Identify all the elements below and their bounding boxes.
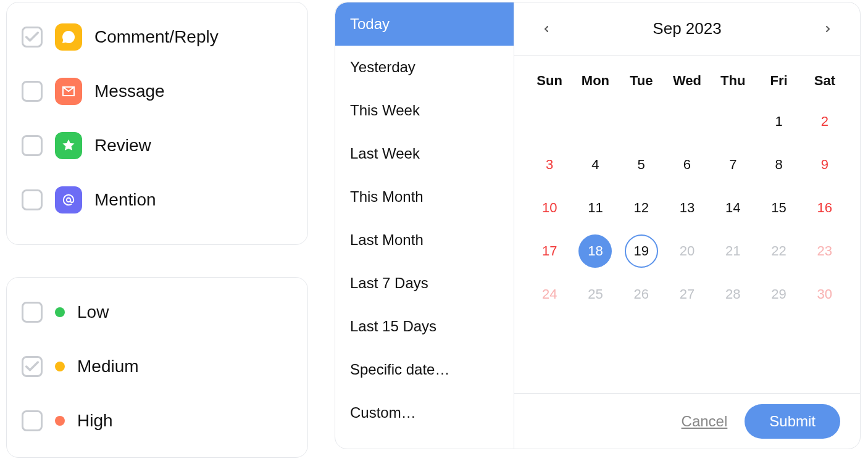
calendar-body: SunMonTueWedThuFriSat 123456789101112131… [514, 56, 860, 393]
date-preset-last-15-days[interactable]: Last 15 Days [335, 305, 514, 348]
calendar-day-number: 11 [578, 191, 612, 225]
checkbox-review[interactable] [22, 135, 43, 156]
calendar-day-number: 24 [533, 278, 566, 311]
calendar-day-number: 5 [625, 148, 658, 181]
calendar-day-number: 12 [625, 191, 658, 225]
type-row-message[interactable]: Message [22, 74, 293, 109]
calendar-day-19[interactable]: 19 [619, 230, 664, 273]
calendar-day-number: 30 [808, 278, 841, 311]
calendar-day-13[interactable]: 13 [664, 186, 710, 230]
date-preset-today[interactable]: Today [335, 2, 514, 46]
date-preset-last-month[interactable]: Last Month [335, 218, 514, 262]
calendar-day-18[interactable]: 18 [572, 230, 618, 273]
prev-month-button[interactable] [536, 19, 556, 39]
date-preset-this-week[interactable]: This Week [335, 89, 514, 132]
checkbox-priority-medium[interactable] [22, 356, 43, 377]
priority-label-medium: Medium [77, 357, 139, 376]
priority-label-low: Low [77, 302, 109, 322]
calendar-day-5[interactable]: 5 [619, 143, 664, 186]
date-preset-yesterday[interactable]: Yesterday [335, 46, 514, 89]
checkbox-comment[interactable] [22, 27, 43, 48]
calendar-week-row: 24252627282930 [527, 273, 848, 316]
type-label-comment: Comment/Reply [94, 27, 219, 47]
date-preset-custom[interactable]: Custom… [335, 391, 514, 434]
calendar-day-number: 20 [670, 234, 704, 268]
calendar-week-row: 3456789 [527, 143, 848, 186]
calendar-day-3[interactable]: 3 [527, 143, 572, 186]
weekday-sun: Sun [527, 73, 572, 100]
calendar-day-11[interactable]: 11 [572, 186, 618, 230]
calendar-day-29: 29 [756, 273, 801, 316]
calendar-day-6[interactable]: 6 [664, 143, 710, 186]
calendar-day-empty [572, 100, 618, 143]
calendar-day-22: 22 [756, 230, 801, 273]
calendar-day-4[interactable]: 4 [572, 143, 618, 186]
checkbox-mention[interactable] [22, 189, 43, 210]
calendar-day-12[interactable]: 12 [619, 186, 664, 230]
calendar-day-25: 25 [572, 273, 618, 316]
calendar-day-2[interactable]: 2 [802, 100, 848, 143]
checkbox-message[interactable] [22, 81, 43, 102]
weekday-mon: Mon [572, 73, 618, 100]
checkbox-priority-low[interactable] [22, 302, 43, 323]
calendar-day-number: 18 [578, 234, 612, 268]
date-preset-specific-date[interactable]: Specific date… [335, 348, 514, 391]
calendar-day-7[interactable]: 7 [710, 143, 756, 186]
date-preset-last-7-days[interactable]: Last 7 Days [335, 262, 514, 305]
weekday-sat: Sat [802, 73, 848, 100]
date-preset-last-week[interactable]: Last Week [335, 132, 514, 175]
calendar-day-number: 1 [762, 105, 796, 138]
priority-row-low[interactable]: Low [22, 295, 293, 329]
calendar-day-1[interactable]: 1 [756, 100, 801, 143]
calendar-day-number: 14 [716, 191, 749, 225]
calendar-day-number: 2 [808, 105, 841, 138]
priority-label-high: High [77, 411, 113, 431]
priority-dot-medium-icon [55, 362, 65, 371]
calendar-week-row: 10111213141516 [527, 186, 848, 230]
type-label-mention: Mention [94, 190, 156, 210]
calendar-day-10[interactable]: 10 [527, 186, 572, 230]
star-icon [55, 132, 82, 159]
priority-row-high[interactable]: High [22, 404, 293, 438]
submit-button[interactable]: Submit [745, 404, 840, 439]
calendar-day-8[interactable]: 8 [756, 143, 801, 186]
priority-row-medium[interactable]: Medium [22, 349, 293, 384]
calendar-day-14[interactable]: 14 [710, 186, 756, 230]
calendar-day-24: 24 [527, 273, 572, 316]
type-row-mention[interactable]: Mention [22, 183, 293, 217]
at-icon [55, 186, 82, 213]
calendar-day-30: 30 [802, 273, 848, 316]
priority-dot-low-icon [55, 307, 65, 317]
next-month-button[interactable] [818, 19, 838, 39]
calendar-day-number: 23 [808, 234, 841, 268]
date-presets-list: TodayYesterdayThis WeekLast WeekThis Mon… [335, 2, 514, 449]
calendar-day-number: 21 [716, 234, 749, 268]
calendar-day-number: 29 [762, 278, 796, 311]
calendar-day-number: 8 [762, 148, 796, 181]
message-icon [55, 78, 82, 105]
calendar-day-16[interactable]: 16 [802, 186, 848, 230]
filter-priority-card: LowMediumHigh [6, 277, 308, 458]
type-row-review[interactable]: Review [22, 128, 293, 163]
calendar-day-9[interactable]: 9 [802, 143, 848, 186]
comment-icon [55, 23, 82, 51]
calendar-week-row: 17181920212223 [527, 230, 848, 273]
type-row-comment[interactable]: Comment/Reply [22, 20, 293, 54]
checkbox-priority-high[interactable] [22, 410, 43, 431]
calendar-day-26: 26 [619, 273, 664, 316]
calendar-day-number: 3 [533, 148, 566, 181]
calendar-day-number: 9 [808, 148, 841, 181]
calendar-day-15[interactable]: 15 [756, 186, 801, 230]
cancel-button[interactable]: Cancel [682, 413, 728, 430]
calendar-day-17[interactable]: 17 [527, 230, 572, 273]
weekday-wed: Wed [664, 73, 710, 100]
calendar-day-empty [527, 100, 572, 143]
calendar-grid: 1234567891011121314151617181920212223242… [527, 100, 848, 316]
date-picker: TodayYesterdayThis WeekLast WeekThis Mon… [335, 2, 861, 449]
calendar-day-27: 27 [664, 273, 710, 316]
calendar-day-number: 22 [762, 234, 796, 268]
calendar-day-number: 27 [670, 278, 704, 311]
date-preset-this-month[interactable]: This Month [335, 175, 514, 218]
calendar-day-21: 21 [710, 230, 756, 273]
priority-dot-high-icon [55, 416, 65, 426]
